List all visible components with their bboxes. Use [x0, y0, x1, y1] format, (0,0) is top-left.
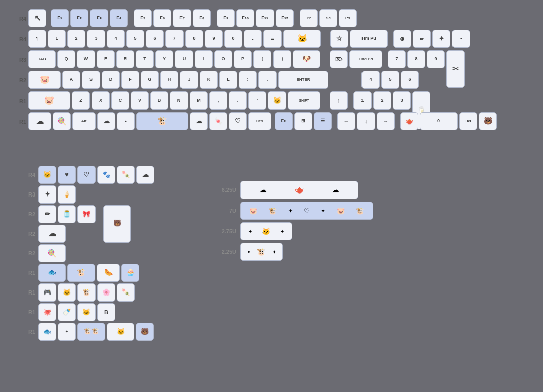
key-m[interactable]: M	[190, 91, 208, 110]
key-7[interactable]: 7	[165, 30, 184, 48]
key-np1[interactable]: 1	[353, 91, 372, 110]
extras-key-r1-sausage[interactable]: 🌭	[97, 264, 120, 282]
key-np2[interactable]: 2	[373, 91, 391, 110]
key-7u[interactable]: 🐷 🐮 ✦ ♡ ✦ 🐷 🐮	[240, 202, 373, 220]
key-ins[interactable]: ☆	[330, 30, 348, 48]
key-comma[interactable]: ,	[209, 91, 227, 110]
key-tab[interactable]: TAB	[28, 50, 56, 68]
key-quote[interactable]: .	[258, 71, 277, 89]
key-5[interactable]: 5	[126, 30, 144, 48]
key-caps[interactable]: 🐷	[28, 71, 61, 89]
key-np-minus[interactable]: -	[452, 30, 470, 48]
key-lctrl[interactable]: ☁	[28, 112, 51, 130]
extras-key-r2-lollipop[interactable]: 🍭	[38, 244, 66, 262]
key-f1[interactable]: F₁	[51, 9, 69, 27]
key-np-div[interactable]: ✏	[413, 30, 431, 48]
key-0[interactable]: 0	[224, 30, 242, 48]
key-4[interactable]: 4	[107, 30, 125, 48]
key-down[interactable]: ↓	[357, 112, 375, 130]
key-pause[interactable]: Ps	[339, 9, 357, 27]
key-period[interactable]: .	[229, 91, 247, 110]
key-enter[interactable]: ENTER	[278, 71, 328, 89]
key-spacebar[interactable]: 🐮	[136, 112, 188, 130]
key-f12[interactable]: F₁₂	[276, 9, 294, 27]
key-backspace[interactable]: 🐱	[283, 30, 321, 48]
key-slash[interactable]: '	[248, 91, 266, 110]
key-np6[interactable]: 6	[401, 71, 419, 89]
extras-key-r1d-cat[interactable]: 🐱	[107, 323, 134, 341]
extras-key-r1-cup[interactable]: 🧁	[121, 264, 139, 282]
extras-key-r1-fish[interactable]: 🐟	[38, 264, 66, 282]
key-np0[interactable]: 0	[420, 112, 458, 130]
key-6[interactable]: 6	[146, 30, 164, 48]
key-lwin[interactable]: 🍭	[53, 112, 71, 130]
extras-key-r1-cow[interactable]: 🐮	[67, 264, 95, 282]
key-menu[interactable]: ☰	[314, 112, 332, 130]
key-space-r[interactable]: ☁	[190, 112, 208, 130]
key-h[interactable]: H	[160, 71, 178, 89]
key-t[interactable]: T	[136, 50, 154, 68]
key-625u[interactable]: ☁ 🫖 ☁	[240, 181, 358, 199]
extras-key-r2-cloud[interactable]: ☁	[38, 225, 66, 243]
key-g[interactable]: G	[141, 71, 159, 89]
key-p[interactable]: P	[234, 50, 252, 68]
key-f6[interactable]: F₆	[153, 9, 171, 27]
key-f7[interactable]: F₇	[173, 9, 191, 27]
extras-key-r1b-5[interactable]: 🍡	[117, 283, 135, 302]
extras-key-r1b-2[interactable]: 🐱	[58, 283, 76, 302]
extras-key-r2-3[interactable]: 🎀	[77, 205, 96, 223]
key-y[interactable]: Y	[155, 50, 173, 68]
key-home[interactable]: Hm Pu	[350, 30, 388, 48]
key-prtsc[interactable]: Pr	[300, 9, 318, 27]
key-heart[interactable]: ♡	[229, 112, 247, 130]
key-np-mul[interactable]: ✦	[432, 30, 450, 48]
key-left[interactable]: ←	[337, 112, 355, 130]
key-275u[interactable]: ✦ 🐱 ✦	[240, 222, 292, 240]
key-x[interactable]: X	[92, 91, 110, 110]
key-np-bear[interactable]: 🐻	[479, 112, 497, 130]
key-up[interactable]: ↑	[330, 91, 348, 110]
key-semicolon[interactable]: :	[239, 71, 257, 89]
key-3[interactable]: 3	[87, 30, 105, 48]
key-r[interactable]: R	[116, 50, 134, 68]
key-scrlk[interactable]: Sc	[319, 9, 337, 27]
key-f3[interactable]: F₃	[90, 9, 108, 27]
key-np9[interactable]: 9	[427, 50, 445, 68]
key-space-dot[interactable]: •	[117, 112, 135, 130]
key-rshift[interactable]: SHIFT	[288, 91, 320, 110]
key-right[interactable]: →	[377, 112, 395, 130]
extras-key-r2-1[interactable]: ✏	[38, 205, 56, 223]
key-9[interactable]: 9	[205, 30, 223, 48]
key-backslash[interactable]: 🐶	[293, 50, 320, 68]
key-end[interactable]: End Pd	[349, 50, 382, 68]
key-np3[interactable]: 3	[393, 91, 411, 110]
key-e[interactable]: E	[97, 50, 115, 68]
extras-key-r1b-4[interactable]: 🌸	[97, 283, 115, 302]
key-a[interactable]: A	[62, 71, 80, 89]
key-np4[interactable]: 4	[361, 71, 380, 89]
extras-key-r4-2[interactable]: ♥	[58, 166, 76, 184]
extras-key-r1b-1[interactable]: 🎮	[38, 283, 56, 302]
key-o[interactable]: O	[214, 50, 232, 68]
extras-key-r1d-2[interactable]: ✦	[58, 323, 76, 341]
key-w[interactable]: W	[77, 50, 95, 68]
key-np-lock[interactable]: ☻	[393, 30, 411, 48]
key-f[interactable]: F	[121, 71, 139, 89]
extras-key-r1d-1[interactable]: 🐟	[38, 323, 56, 341]
key-u[interactable]: U	[175, 50, 193, 68]
key-d[interactable]: D	[102, 71, 120, 89]
extras-key-r4-1[interactable]: 🐱	[38, 166, 56, 184]
key-b[interactable]: B	[150, 91, 168, 110]
key-c[interactable]: C	[111, 91, 129, 110]
key-8[interactable]: 8	[185, 30, 203, 48]
key-v[interactable]: V	[131, 91, 149, 110]
key-f4[interactable]: F₄	[110, 9, 128, 27]
key-rshift-novelty[interactable]: 🐱	[268, 91, 286, 110]
key-space-candy[interactable]: 🍬	[209, 112, 227, 130]
key-225u[interactable]: ✦ 🐮 ✦	[240, 243, 283, 261]
key-i[interactable]: I	[195, 50, 213, 68]
key-np-nav[interactable]: 🫖	[400, 112, 418, 130]
key-f2[interactable]: F₂	[70, 9, 88, 27]
key-j[interactable]: J	[180, 71, 198, 89]
key-f8[interactable]: F₈	[193, 9, 211, 27]
